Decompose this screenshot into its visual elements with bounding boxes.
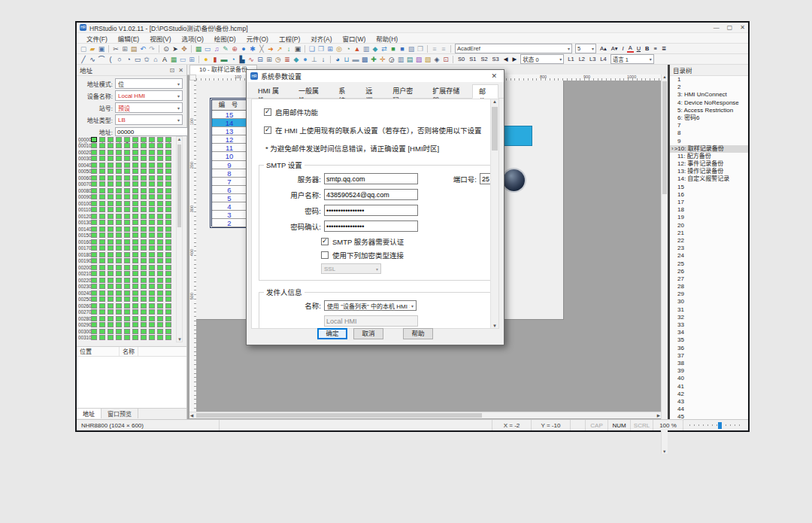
address-bit-cell[interactable] — [157, 227, 163, 232]
address-bit-cell[interactable] — [132, 233, 138, 238]
new-file-icon[interactable]: ▢ — [79, 44, 88, 53]
address-bit-cell[interactable] — [132, 175, 138, 181]
address-bit-cell[interactable] — [132, 239, 138, 245]
address-bit-cell[interactable] — [124, 220, 130, 225]
address-bit-cell[interactable] — [132, 220, 138, 225]
address-bit-cell[interactable] — [91, 220, 97, 225]
tree-item[interactable]: 8 — [670, 129, 748, 137]
address-bit-cell[interactable] — [116, 201, 122, 206]
scale-icon[interactable]: ⊥ — [310, 55, 319, 64]
monitor-icon[interactable]: ▥ — [362, 44, 371, 53]
address-bit-cell[interactable] — [108, 201, 114, 206]
address-bit-cell[interactable] — [116, 322, 122, 327]
line-tool-icon[interactable]: ╱ — [79, 55, 88, 64]
image-icon[interactable]: ▦ — [194, 44, 203, 53]
address-bit-cell[interactable] — [108, 137, 114, 142]
menu-item[interactable]: 对齐(A) — [305, 34, 337, 43]
address-bit-cell[interactable] — [124, 156, 130, 161]
address-bit-cell[interactable] — [91, 303, 97, 309]
tree-item[interactable]: 2 — [670, 84, 748, 91]
bar-meter-icon[interactable]: ▙ — [238, 55, 247, 64]
address-bit-cell[interactable] — [157, 271, 163, 276]
address-bit-cell[interactable] — [165, 316, 171, 321]
field-combo[interactable]: LB▾ — [115, 114, 183, 125]
tree-item[interactable]: 39 — [670, 367, 748, 375]
bezier-tool-icon[interactable]: ( — [106, 55, 115, 64]
address-bit-cell[interactable] — [157, 265, 163, 270]
address-bit-cell[interactable] — [116, 150, 122, 155]
address-bit-cell[interactable] — [149, 335, 155, 340]
address-bit-cell[interactable] — [108, 296, 114, 302]
address-bit-cell[interactable] — [108, 265, 114, 270]
menu-item[interactable]: 视图(V) — [144, 34, 176, 43]
menu-item[interactable]: 帮助(H) — [371, 34, 403, 43]
arc-tool-icon[interactable]: ⌒ — [97, 55, 106, 64]
menu-item[interactable]: 文件(F) — [81, 34, 113, 43]
address-bit-cell[interactable] — [157, 150, 163, 155]
smtp-auth-checkbox[interactable] — [321, 238, 329, 245]
use-contacts-checkbox[interactable] — [264, 126, 271, 134]
address-bit-cell[interactable] — [91, 316, 97, 321]
tree-item[interactable]: 37 — [670, 352, 748, 360]
address-bit-cell[interactable] — [165, 201, 171, 206]
address-bit-cell[interactable] — [141, 239, 147, 245]
address-bit-cell[interactable] — [149, 245, 155, 251]
sender-name-combo[interactable]: 使用 "设备列表" 中的本机 HMI 名称 ▾ — [324, 300, 417, 311]
tree-item[interactable]: 3: HMI UnConnect — [670, 91, 748, 99]
address-bit-cell[interactable] — [124, 137, 130, 142]
address-bit-cell[interactable] — [91, 329, 97, 334]
zoom-slider-track[interactable] — [689, 424, 742, 426]
address-bit-cell[interactable] — [141, 296, 147, 302]
refresh-icon[interactable]: ⇄ — [380, 44, 389, 53]
address-bit-cell[interactable] — [108, 239, 114, 245]
address-bit-cell[interactable] — [91, 335, 97, 340]
numeric-icon[interactable]: ⊟ — [256, 55, 265, 64]
gauge-icon[interactable]: ◔ — [229, 55, 238, 64]
list-element-row[interactable]: 8 — [212, 169, 247, 178]
list-element-row[interactable]: 5 — [212, 194, 247, 202]
address-bit-cell[interactable] — [157, 207, 163, 212]
address-bit-cell[interactable] — [165, 284, 171, 289]
list-element-row[interactable]: 13 — [212, 127, 247, 135]
address-bit-cell[interactable] — [99, 137, 105, 142]
address-bit-cell[interactable] — [132, 156, 138, 161]
address-bit-cell[interactable] — [165, 220, 171, 225]
address-bit-cell[interactable] — [141, 137, 147, 142]
column-header-position[interactable]: 位置 — [77, 347, 120, 356]
address-bit-cell[interactable] — [141, 303, 147, 309]
address-bit-cell[interactable] — [157, 284, 163, 289]
address-bit-cell[interactable] — [116, 181, 122, 187]
address-bit-cell[interactable] — [99, 143, 105, 148]
tree-item[interactable]: 34 — [670, 329, 748, 336]
board-blue-icon[interactable]: ■ — [398, 44, 407, 53]
cut-icon[interactable]: ✂ — [111, 44, 120, 53]
address-bit-cell[interactable] — [141, 278, 147, 283]
window-new-icon[interactable]: ❏ — [308, 44, 317, 53]
address-bit-cell[interactable] — [165, 252, 171, 257]
address-bit-cell[interactable] — [124, 207, 130, 212]
address-bit-cell[interactable] — [99, 194, 105, 199]
address-bit-cell[interactable] — [165, 335, 171, 340]
tree-item[interactable]: 21 — [670, 230, 748, 237]
circle-button-element[interactable] — [503, 169, 525, 191]
tree-item[interactable]: 17 — [670, 199, 748, 206]
address-bit-cell[interactable] — [157, 169, 163, 174]
address-bit-cell[interactable] — [157, 194, 163, 199]
motor-icon[interactable]: ▩ — [360, 55, 369, 64]
state-button-s2[interactable]: S2 — [479, 56, 489, 62]
address-bit-cell[interactable] — [108, 309, 114, 315]
tree-item[interactable]: 16 — [670, 191, 748, 199]
address-bit-cell[interactable] — [132, 296, 138, 302]
address-bit-cell[interactable] — [132, 163, 138, 168]
address-bit-cell[interactable] — [149, 169, 155, 174]
address-bit-cell[interactable] — [149, 233, 155, 238]
tree-item[interactable]: 4: Device NoResponse — [670, 99, 748, 107]
address-bit-cell[interactable] — [108, 194, 114, 199]
address-bit-cell[interactable] — [108, 258, 114, 263]
address-bit-cell[interactable] — [116, 163, 122, 168]
address-bit-cell[interactable] — [149, 181, 155, 187]
username-input[interactable] — [324, 189, 418, 200]
address-bit-cell[interactable] — [132, 137, 138, 142]
tree-item[interactable]: 38 — [670, 360, 748, 367]
address-bit-cell[interactable] — [132, 143, 138, 148]
